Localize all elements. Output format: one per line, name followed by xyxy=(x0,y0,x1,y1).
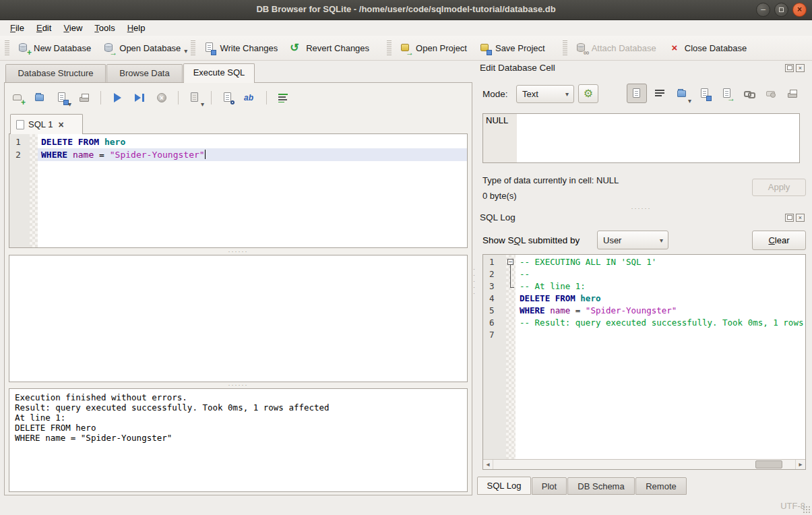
save-project-button[interactable]: Save Project xyxy=(473,38,551,57)
scroll-left-icon[interactable]: ◂ xyxy=(483,460,493,469)
sql-editor[interactable]: 1DELETE FROM hero2WHERE name = "Spider-Y… xyxy=(9,133,468,248)
new-sql-tab-icon[interactable]: + xyxy=(11,92,24,104)
text-token: Q xyxy=(514,235,522,245)
execute-line-icon[interactable] xyxy=(133,92,146,104)
menu-file[interactable]: File xyxy=(4,21,30,35)
tab-db-schema[interactable]: DB Schema xyxy=(567,477,635,495)
find-icon[interactable] xyxy=(222,92,234,104)
maximize-button[interactable] xyxy=(774,3,788,17)
find-replace-icon[interactable]: ab xyxy=(244,92,256,104)
text-document-icon xyxy=(631,88,643,100)
sql-editor-toolbar: + ▾ × ▾ ab xyxy=(11,88,289,107)
scroll-right-icon[interactable]: ▸ xyxy=(795,460,805,469)
tab-remote[interactable]: Remote xyxy=(635,477,687,495)
mode-select[interactable]: Text ▾ xyxy=(516,85,574,103)
new-database-icon: + xyxy=(18,42,30,54)
code-token: FROM xyxy=(78,137,99,147)
cell-value: NULL xyxy=(486,115,508,125)
attach-database-button[interactable]: ∞ Attach Database xyxy=(569,38,662,57)
float-panel-icon[interactable] xyxy=(785,64,794,72)
tab-browse-data[interactable]: Browse Data xyxy=(106,64,183,82)
execute-all-icon[interactable] xyxy=(111,92,123,104)
toolbar-grip[interactable] xyxy=(387,40,392,55)
chevron-down-icon: ▾ xyxy=(565,90,569,98)
messages-pane: Execution finished without errors. Resul… xyxy=(9,388,468,492)
open-sql-file-icon[interactable] xyxy=(34,92,46,104)
menu-view[interactable]: View xyxy=(57,21,88,35)
close-sql-tab-icon[interactable]: × xyxy=(58,119,63,130)
code-token: DELETE xyxy=(41,137,73,147)
open-database-button[interactable]: → Open Database xyxy=(97,38,187,57)
tab-execute-sql[interactable]: Execute SQL xyxy=(183,63,255,83)
save-sql-file-icon[interactable]: ▾ xyxy=(56,92,68,104)
tab-plot[interactable]: Plot xyxy=(532,477,567,495)
window-controls: – × xyxy=(756,3,807,17)
clear-log-button[interactable]: Clear xyxy=(752,231,806,250)
code-text: -- Result: query executed successfully. … xyxy=(516,317,805,329)
fold-marker[interactable]: − xyxy=(506,256,516,268)
auto-apply-button[interactable]: ⚙ xyxy=(578,84,598,103)
code-text: WHERE name = "Spider-Youngster" xyxy=(516,305,805,317)
cell-editor[interactable]: NULL xyxy=(482,113,800,163)
close-panel-icon[interactable]: × xyxy=(796,64,805,72)
menu-edit[interactable]: Edit xyxy=(30,21,57,35)
execute-sql-panel: + ▾ × ▾ ab SQL 1 × 1DELETE FROM hero2WHE xyxy=(4,82,472,495)
export-cell-icon[interactable] xyxy=(699,88,711,100)
open-project-button[interactable]: → Open Project xyxy=(394,38,473,57)
sql-tab-label: SQL 1 xyxy=(28,119,53,129)
code-line: 3-- At line 1: xyxy=(483,280,805,293)
code-text: WHERE name = "Spider-Youngster" xyxy=(38,148,467,161)
code-line: 2-- xyxy=(483,268,805,280)
print-cell-icon[interactable] xyxy=(786,88,799,100)
log-filter-select[interactable]: User ▾ xyxy=(597,231,668,249)
stop-execution-icon[interactable]: × xyxy=(156,92,168,104)
tab-database-structure[interactable]: Database Structure xyxy=(5,64,106,82)
close-button[interactable]: × xyxy=(792,3,807,17)
minimize-icon: – xyxy=(761,5,766,14)
save-results-icon[interactable]: ▾ xyxy=(189,92,201,104)
dock-splitter[interactable]: ······ xyxy=(482,206,800,212)
results-messages-splitter[interactable]: ······ xyxy=(9,382,468,388)
collapse-icon[interactable]: − xyxy=(507,259,513,265)
import-cell-icon[interactable]: ▾ xyxy=(676,88,688,100)
apply-button[interactable]: Apply xyxy=(752,179,806,196)
horizontal-scrollbar[interactable]: ◂ ▸ xyxy=(483,459,805,469)
scrollbar-thumb[interactable] xyxy=(755,460,782,468)
minimize-button[interactable]: – xyxy=(756,3,770,17)
tab-sql-log[interactable]: SQL Log xyxy=(477,477,531,495)
fold-margin xyxy=(506,305,516,317)
cell-size-info: 0 byte(s) xyxy=(482,191,517,201)
format-sql-icon[interactable] xyxy=(277,92,289,104)
menu-tools[interactable]: Tools xyxy=(88,21,121,35)
toolbar-separator xyxy=(211,91,212,104)
menu-help[interactable]: Help xyxy=(121,21,152,35)
gear-icon: ⚙ xyxy=(582,88,594,100)
save-as-icon[interactable]: → xyxy=(721,88,733,100)
title-bar[interactable]: DB Browser for SQLite - /home/user/code/… xyxy=(0,0,812,20)
new-database-button[interactable]: + New Database xyxy=(11,38,97,57)
sql-document-tab[interactable]: SQL 1 × xyxy=(10,114,83,134)
close-panel-icon[interactable]: × xyxy=(796,214,805,222)
code-token: -- Result: query executed successfully. … xyxy=(520,317,805,328)
toolbar-grip[interactable] xyxy=(563,40,567,55)
close-database-button[interactable]: × Close Database xyxy=(662,38,753,57)
print-sql-icon[interactable] xyxy=(78,92,90,104)
resize-grip[interactable] xyxy=(803,506,811,514)
revert-changes-button[interactable]: ↺ Revert Changes xyxy=(284,38,375,57)
set-null-icon[interactable] xyxy=(765,88,777,100)
open-database-dropdown[interactable]: ▾ xyxy=(184,47,187,55)
word-wrap-icon[interactable] xyxy=(654,88,666,100)
editor-results-splitter[interactable]: ······ xyxy=(9,249,468,255)
text-token: dit xyxy=(42,23,52,33)
window-title: DB Browser for SQLite - /home/user/code/… xyxy=(0,4,812,14)
toolbar-grip[interactable] xyxy=(5,40,9,55)
text-mode-button[interactable] xyxy=(627,84,647,103)
line-number: 5 xyxy=(483,305,506,317)
line-number: 3 xyxy=(483,280,506,293)
float-panel-icon[interactable] xyxy=(785,214,794,222)
write-changes-button[interactable]: Write Changes xyxy=(197,38,284,57)
panel-splitter[interactable]: · · · · · xyxy=(472,266,476,297)
link-icon[interactable] xyxy=(743,88,755,100)
toolbar-separator xyxy=(178,91,179,104)
code-token: -- EXECUTING ALL IN 'SQL 1' xyxy=(520,257,656,267)
